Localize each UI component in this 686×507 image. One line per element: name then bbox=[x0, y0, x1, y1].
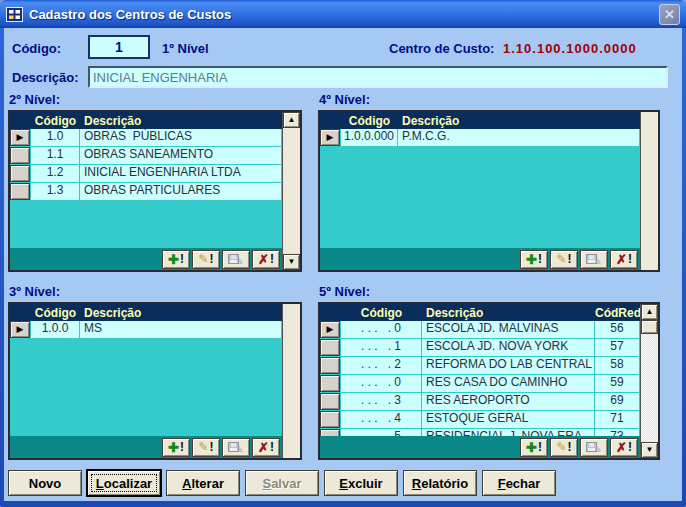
table-row[interactable]: . . . . 1 ESCOLA JD. NOVA YORK 57 bbox=[320, 339, 640, 356]
table-row[interactable]: ▶ 1.0.0.000 P.M.C.G. bbox=[320, 129, 640, 146]
cell-codigo: 1.0.0 bbox=[31, 321, 79, 338]
scroll-thumb[interactable] bbox=[641, 320, 658, 334]
pencil-icon: ✎ bbox=[556, 441, 566, 453]
relatorio-button[interactable]: Relatório bbox=[403, 470, 477, 496]
panel-nivel2-label: 2º Nível: bbox=[9, 92, 302, 107]
cell-codred: 69 bbox=[595, 393, 639, 410]
save-record-button: ✎ bbox=[222, 250, 250, 269]
add-record-button[interactable]: ✚! bbox=[520, 250, 548, 269]
cell-codigo: . . . . 0 bbox=[341, 321, 421, 338]
alterar-button[interactable]: Alterar bbox=[166, 470, 240, 496]
footer-button-bar: Novo Localizar Alterar Salvar Excluir Re… bbox=[8, 470, 556, 496]
row-selector[interactable] bbox=[320, 393, 340, 410]
table-row[interactable]: ▶ 1.0.0 MS bbox=[10, 321, 282, 338]
table-row[interactable]: 1.3 OBRAS PARTICULARES bbox=[10, 183, 282, 200]
nivel4-rows: ▶ 1.0.0.000 P.M.C.G. bbox=[320, 129, 640, 248]
row-arrow-icon: ▶ bbox=[17, 133, 24, 142]
titlebar[interactable]: Cadastro dos Centros de Custos ✕ bbox=[0, 0, 686, 28]
add-record-button[interactable]: ✚! bbox=[520, 438, 548, 457]
table-row[interactable]: ▶ 1.0 OBRAS PÚBLICAS bbox=[10, 129, 282, 146]
row-selector[interactable]: ▶ bbox=[320, 129, 340, 146]
descricao-label: Descrição: bbox=[12, 70, 78, 85]
row-selector[interactable] bbox=[320, 339, 340, 356]
localizar-button[interactable]: Localizar bbox=[87, 470, 161, 496]
row-arrow-icon: ▶ bbox=[17, 325, 24, 334]
cell-codigo: . . . . 2 bbox=[341, 357, 421, 374]
cell-descricao: INICIAL ENGENHARIA LTDA bbox=[80, 165, 281, 182]
scroll-up-button[interactable]: ▲ bbox=[641, 304, 658, 320]
nivel5-grid-header: Código Descrição CódRed bbox=[320, 304, 640, 321]
edit-record-button[interactable]: ✎! bbox=[192, 438, 220, 457]
delete-record-button[interactable]: ✗! bbox=[610, 250, 638, 269]
cell-codigo: . . . . 3 bbox=[341, 393, 421, 410]
scroll-track[interactable] bbox=[283, 128, 300, 254]
row-selector[interactable]: ▶ bbox=[10, 321, 30, 338]
nivel2-grid-toolbar: ✚! ✎! ✎ ✗! bbox=[10, 248, 282, 270]
edit-record-button[interactable]: ✎! bbox=[192, 250, 220, 269]
close-icon: ✕ bbox=[664, 8, 675, 21]
row-selector[interactable]: ▶ bbox=[10, 129, 30, 146]
centro-custo-label: Centro de Custo: bbox=[389, 41, 494, 56]
cell-descricao: REFORMA DO LAB CENTRAL bbox=[422, 357, 594, 374]
table-row[interactable]: . . . . 3 RES AEROPORTO 69 bbox=[320, 393, 640, 410]
row-selector[interactable]: ▶ bbox=[320, 321, 340, 338]
edit-record-button[interactable]: ✎! bbox=[550, 250, 578, 269]
table-row[interactable]: . . . . 4 ESTOQUE GERAL 71 bbox=[320, 411, 640, 428]
scroll-down-button[interactable]: ▼ bbox=[283, 254, 300, 270]
scroll-down-button[interactable]: ▼ bbox=[641, 442, 658, 458]
col-header-descricao: Descrição bbox=[80, 306, 282, 320]
delete-record-button[interactable]: ✗! bbox=[252, 250, 280, 269]
cell-codred: 57 bbox=[595, 339, 639, 356]
table-row[interactable]: ▶ . . . . 0 ESCOLA JD. MALVINAS 56 bbox=[320, 321, 640, 338]
down-arrow-icon: ▼ bbox=[646, 446, 654, 454]
scroll-up-button[interactable]: ▲ bbox=[283, 112, 300, 128]
nivel5-rows: ▶ . . . . 0 ESCOLA JD. MALVINAS 56 . . .… bbox=[320, 321, 640, 436]
table-row[interactable]: 1.1 OBRAS SANEAMENTO bbox=[10, 147, 282, 164]
row-selector[interactable] bbox=[320, 411, 340, 428]
novo-button[interactable]: Novo bbox=[8, 470, 82, 496]
row-selector[interactable] bbox=[10, 183, 30, 200]
nivel5-scrollbar[interactable]: ▲ ▼ bbox=[640, 304, 658, 458]
table-row[interactable]: . . . . 2 REFORMA DO LAB CENTRAL 58 bbox=[320, 357, 640, 374]
nivel2-scrollbar[interactable]: ▲ ▼ bbox=[282, 112, 300, 270]
panel-nivel4: 4º Nível: Código Descrição ▶ 1.0.0.000 P… bbox=[318, 92, 660, 272]
disk-icon bbox=[586, 442, 597, 452]
excluir-button[interactable]: Excluir bbox=[324, 470, 398, 496]
table-row[interactable]: 1.2 INICIAL ENGENHARIA LTDA bbox=[10, 165, 282, 182]
row-selector[interactable] bbox=[320, 375, 340, 392]
descricao-input[interactable] bbox=[88, 66, 668, 88]
cell-codigo: 1.3 bbox=[31, 183, 79, 200]
save-record-button: ✎ bbox=[580, 250, 608, 269]
cell-codred: 71 bbox=[595, 411, 639, 428]
plus-icon: ✚ bbox=[168, 441, 179, 454]
fechar-button[interactable]: Fechar bbox=[482, 470, 556, 496]
row-selector[interactable] bbox=[10, 165, 30, 182]
row-selector[interactable] bbox=[320, 429, 340, 436]
save-record-button: ✎ bbox=[222, 438, 250, 457]
add-record-button[interactable]: ✚! bbox=[162, 438, 190, 457]
codigo-input[interactable] bbox=[88, 35, 150, 59]
edit-record-button[interactable]: ✎! bbox=[550, 438, 578, 457]
close-button[interactable]: ✕ bbox=[659, 4, 680, 25]
plus-icon: ✚ bbox=[526, 253, 537, 266]
app-icon bbox=[6, 7, 23, 22]
row-selector[interactable] bbox=[320, 357, 340, 374]
cell-codred: 56 bbox=[595, 321, 639, 338]
nivel5-grid: Código Descrição CódRed ▶ . . . . 0 ESCO… bbox=[318, 302, 660, 460]
panel-nivel5-label: 5º Nível: bbox=[319, 284, 660, 299]
delete-record-button[interactable]: ✗! bbox=[610, 438, 638, 457]
row-selector[interactable] bbox=[10, 147, 30, 164]
cell-descricao: RES CASA DO CAMINHO bbox=[422, 375, 594, 392]
nivel5-grid-toolbar: ✚! ✎! ✎ ✗! bbox=[320, 436, 640, 458]
panel-nivel2: 2º Nível: Código Descrição ▶ 1.0 OBRAS P… bbox=[8, 92, 302, 272]
scroll-track[interactable] bbox=[641, 334, 658, 442]
table-row[interactable]: . . . . 5 RESIDENCIAL J. NOVA ERA 73 bbox=[320, 429, 640, 436]
cell-codigo: . . . . 0 bbox=[341, 375, 421, 392]
cell-descricao: OBRAS PÚBLICAS bbox=[80, 129, 281, 146]
cell-codigo: 1.2 bbox=[31, 165, 79, 182]
cell-descricao: ESCOLA JD. MALVINAS bbox=[422, 321, 594, 338]
delete-record-button[interactable]: ✗! bbox=[252, 438, 280, 457]
add-record-button[interactable]: ✚! bbox=[162, 250, 190, 269]
table-row[interactable]: . . . . 0 RES CASA DO CAMINHO 59 bbox=[320, 375, 640, 392]
col-header-codigo: Código bbox=[31, 114, 80, 128]
